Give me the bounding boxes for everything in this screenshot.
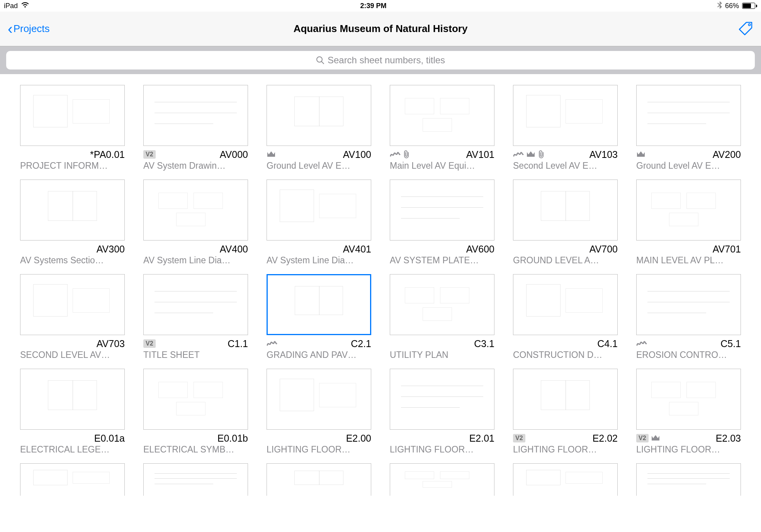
sheet-card[interactable]: E2.01LIGHTING FLOOR…	[390, 369, 494, 455]
bluetooth-icon	[717, 1, 722, 11]
sheet-card[interactable]: V2E2.03LIGHTING FLOOR…	[636, 369, 741, 455]
version-badge: V2	[636, 434, 649, 442]
sheet-thumbnail[interactable]	[390, 274, 494, 335]
sheet-thumbnail[interactable]	[513, 274, 618, 335]
sheet-card[interactable]: AV600AV SYSTEM PLATE…	[390, 180, 494, 266]
sheet-number: AV103	[589, 149, 618, 160]
sheet-title: MAIN LEVEL AV PL…	[636, 255, 741, 266]
sheet-number: E0.01a	[94, 433, 125, 444]
sheet-title: Ground Level AV E…	[267, 161, 371, 171]
sheet-thumbnail[interactable]	[513, 85, 618, 146]
sheet-card[interactable]: AV700GROUND LEVEL A…	[513, 180, 618, 266]
sheet-card[interactable]: *PA0.01PROJECT INFORM…	[20, 85, 125, 171]
sheet-thumbnail[interactable]	[267, 463, 371, 496]
search-icon	[316, 56, 324, 64]
sheet-thumbnail[interactable]	[390, 180, 494, 241]
sheet-title: AV Systems Sectio…	[20, 255, 125, 266]
sheet-card[interactable]: V2AV000AV System Drawin…	[143, 85, 248, 171]
sheet-title: PROJECT INFORM…	[20, 161, 125, 171]
sheet-thumbnail[interactable]	[20, 369, 125, 430]
sheet-card[interactable]	[20, 463, 125, 496]
sheet-meta: AV400	[143, 244, 248, 254]
sheet-card[interactable]	[143, 463, 248, 496]
sheet-number: C4.1	[597, 338, 618, 349]
sheet-card[interactable]: V2C1.1TITLE SHEET	[143, 274, 248, 360]
sheet-thumbnail[interactable]	[20, 463, 125, 496]
sheet-meta: V2E2.02	[513, 433, 618, 444]
sheet-thumbnail[interactable]	[267, 369, 371, 430]
sheet-card[interactable]: AV300AV Systems Sectio…	[20, 180, 125, 266]
sheet-title: TITLE SHEET	[143, 350, 248, 360]
sheet-thumbnail[interactable]	[513, 180, 618, 241]
sheet-card[interactable]: AV100Ground Level AV E…	[267, 85, 371, 171]
squiggle-icon	[390, 151, 401, 158]
sheet-thumbnail[interactable]	[143, 369, 248, 430]
sheet-number: C5.1	[720, 338, 741, 349]
sheet-card[interactable]: AV200Ground Level AV E…	[636, 85, 741, 171]
sheet-thumbnail[interactable]	[636, 463, 741, 496]
crown-icon	[651, 434, 660, 442]
sheet-card[interactable]: AV401AV System Line Dia…	[267, 180, 371, 266]
svg-line-2	[321, 62, 324, 64]
sheet-thumbnail[interactable]	[143, 180, 248, 241]
sheet-thumbnail[interactable]	[390, 85, 494, 146]
sheet-card[interactable]: E2.00LIGHTING FLOOR…	[267, 369, 371, 455]
version-badge: V2	[143, 150, 156, 159]
sheet-card[interactable]	[390, 463, 494, 496]
sheet-card[interactable]: AV400AV System Line Dia…	[143, 180, 248, 266]
sheet-title: AV System Drawin…	[143, 161, 248, 171]
sheet-thumbnail[interactable]	[267, 180, 371, 241]
clip-icon	[538, 150, 545, 159]
sheet-card[interactable]: C3.1UTILITY PLAN	[390, 274, 494, 360]
version-badge: V2	[513, 434, 525, 442]
sheet-card[interactable]: AV703SECOND LEVEL AV…	[20, 274, 125, 360]
tag-button[interactable]	[737, 20, 753, 38]
sheet-meta: AV700	[513, 244, 618, 254]
sheet-card[interactable]	[513, 463, 618, 496]
sheet-thumbnail[interactable]	[390, 369, 494, 430]
sheet-meta: AV103	[513, 149, 618, 160]
sheet-thumbnail[interactable]	[143, 274, 248, 335]
sheet-thumbnail[interactable]	[267, 274, 371, 335]
sheet-thumbnail[interactable]	[636, 85, 741, 146]
sheet-card[interactable]: AV701MAIN LEVEL AV PL…	[636, 180, 741, 266]
status-bar: iPad 2:39 PM 66%	[0, 0, 761, 12]
sheet-number: C2.1	[351, 338, 371, 349]
sheet-title: LIGHTING FLOOR…	[267, 444, 371, 455]
sheet-card[interactable]: E0.01aELECTRICAL LEGE…	[20, 369, 125, 455]
squiggle-icon	[636, 340, 647, 347]
sheet-number: AV701	[713, 244, 741, 255]
sheet-thumbnail[interactable]	[636, 369, 741, 430]
sheet-card[interactable]	[267, 463, 371, 496]
sheet-thumbnail[interactable]	[513, 369, 618, 430]
sheet-card[interactable]: C2.1GRADING AND PAV…	[267, 274, 371, 360]
nav-bar: ‹ Projects Aquarius Museum of Natural Hi…	[0, 12, 761, 46]
sheet-card[interactable]: C5.1EROSION CONTRO…	[636, 274, 741, 360]
sheet-card[interactable]	[636, 463, 741, 496]
search-input[interactable]: Search sheet numbers, titles	[6, 51, 755, 69]
sheet-thumbnail[interactable]	[390, 463, 494, 496]
sheet-thumbnail[interactable]	[513, 463, 618, 496]
sheet-number: E2.02	[593, 433, 618, 444]
sheet-thumbnail[interactable]	[20, 274, 125, 335]
sheet-number: AV100	[343, 149, 371, 160]
sheet-card[interactable]: E0.01bELECTRICAL SYMB…	[143, 369, 248, 455]
sheet-title: LIGHTING FLOOR…	[390, 444, 494, 455]
sheet-card[interactable]: AV103Second Level AV E…	[513, 85, 618, 171]
sheet-thumbnail[interactable]	[636, 180, 741, 241]
sheet-card[interactable]: V2E2.02LIGHTING FLOOR…	[513, 369, 618, 455]
crown-icon	[526, 151, 535, 158]
sheet-number: AV600	[466, 244, 494, 255]
sheet-title: AV SYSTEM PLATE…	[390, 255, 494, 266]
sheet-thumbnail[interactable]	[636, 274, 741, 335]
sheet-card[interactable]: AV101Main Level AV Equi…	[390, 85, 494, 171]
sheet-number: C1.1	[228, 338, 248, 349]
back-button[interactable]: ‹ Projects	[8, 22, 50, 36]
sheet-card[interactable]: C4.1CONSTRUCTION D…	[513, 274, 618, 360]
sheet-thumbnail[interactable]	[267, 85, 371, 146]
sheet-thumbnail[interactable]	[20, 180, 125, 241]
sheet-thumbnail[interactable]	[143, 463, 248, 496]
sheet-thumbnail[interactable]	[143, 85, 248, 146]
sheet-thumbnail[interactable]	[20, 85, 125, 146]
sheet-meta: AV300	[20, 244, 125, 254]
